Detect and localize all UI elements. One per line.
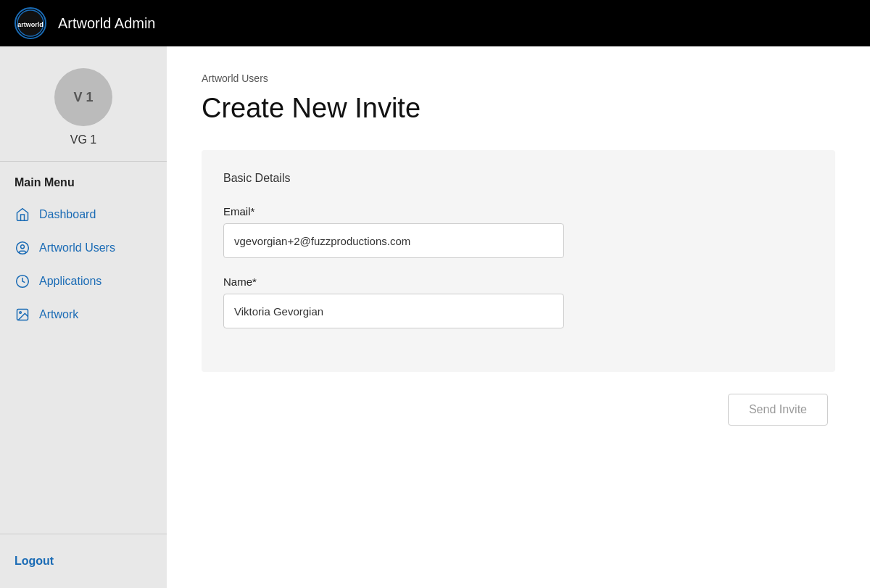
svg-point-2 xyxy=(17,242,29,254)
main-menu-label: Main Menu xyxy=(0,176,167,198)
artworld-users-label: Artworld Users xyxy=(39,241,115,254)
actions-row: Send Invite xyxy=(202,394,835,426)
avatar-name: VG 1 xyxy=(70,133,96,146)
sidebar-bottom: Logout xyxy=(0,534,167,588)
breadcrumb: Artworld Users xyxy=(202,73,835,84)
name-field-group: Name* xyxy=(223,276,813,328)
form-card: Basic Details Email* Name* xyxy=(202,150,835,372)
logout-button[interactable]: Logout xyxy=(14,549,54,573)
svg-point-6 xyxy=(20,312,21,314)
svg-text:artworld: artworld xyxy=(17,21,44,28)
dashboard-label: Dashboard xyxy=(39,208,96,221)
clock-icon xyxy=(14,273,30,289)
image-icon xyxy=(14,307,30,323)
artwork-label: Artwork xyxy=(39,308,78,321)
main-content: Artworld Users Create New Invite Basic D… xyxy=(167,46,870,588)
applications-label: Applications xyxy=(39,275,102,288)
user-circle-icon xyxy=(14,240,30,256)
svg-point-3 xyxy=(21,245,25,249)
page-title: Create New Invite xyxy=(202,93,835,124)
sidebar: V 1 VG 1 Main Menu Dashboard xyxy=(0,46,167,588)
logo: artworld xyxy=(14,7,46,39)
topbar: artworld Artworld Admin xyxy=(0,0,870,46)
form-section-title: Basic Details xyxy=(223,172,813,185)
sidebar-item-artworld-users[interactable]: Artworld Users xyxy=(0,231,167,265)
email-input[interactable] xyxy=(223,223,564,258)
avatar: V 1 xyxy=(54,68,112,126)
email-field-group: Email* xyxy=(223,205,813,258)
user-profile-section: V 1 VG 1 xyxy=(0,46,167,162)
home-icon xyxy=(14,207,30,223)
sidebar-item-dashboard[interactable]: Dashboard xyxy=(0,198,167,231)
name-input[interactable] xyxy=(223,294,564,328)
sidebar-item-artwork[interactable]: Artwork xyxy=(0,298,167,331)
send-invite-button[interactable]: Send Invite xyxy=(728,394,828,426)
name-label: Name* xyxy=(223,276,813,288)
sidebar-item-applications[interactable]: Applications xyxy=(0,265,167,298)
main-menu: Main Menu Dashboard xyxy=(0,162,167,534)
email-label: Email* xyxy=(223,205,813,218)
app-title: Artworld Admin xyxy=(58,15,156,32)
